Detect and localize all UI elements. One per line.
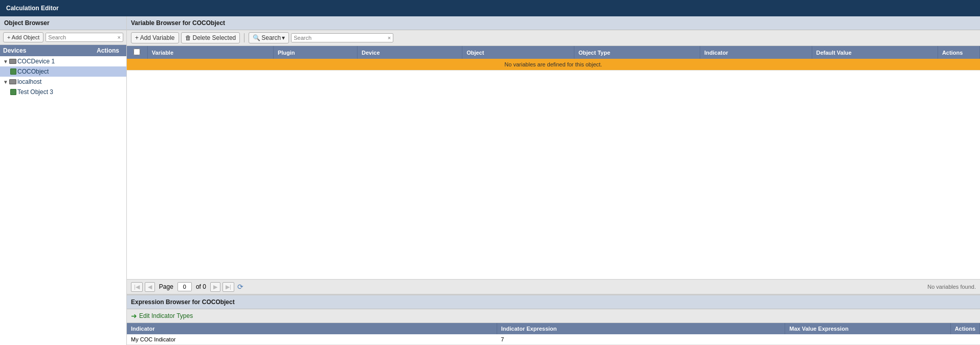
- variable-table-container: Variable Plugin Device Object Object Typ…: [127, 46, 980, 279]
- expr-ind-expr-cell: 7: [497, 334, 785, 345]
- pagination-controls: |◀ ◀ Page 0 of 0 ▶ ▶| ⟳: [131, 282, 244, 292]
- expand-icon-cocdevice1: ▼: [3, 59, 8, 64]
- expr-browser-toolbar: ➜ Edit Indicator Types: [127, 309, 980, 323]
- actions-column-header: Actions: [93, 47, 123, 54]
- of-label: of 0: [196, 283, 206, 290]
- search-dropdown-button[interactable]: 🔍 Search ▾: [249, 32, 289, 43]
- th-default-value: Default Value: [812, 46, 938, 59]
- delete-selected-label: Delete Selected: [193, 34, 236, 41]
- tree-label-cocobject: COCObject: [17, 68, 49, 75]
- device-icon-cocdevice1: [9, 59, 16, 64]
- object-icon-cocobject: [10, 68, 16, 75]
- toolbar-separator: [244, 33, 244, 42]
- search-dropdown-label: Search: [261, 34, 281, 41]
- chevron-down-icon: ▾: [282, 34, 285, 41]
- device-icon-localhost: [9, 79, 16, 84]
- edit-indicator-types-button[interactable]: ➜ Edit Indicator Types: [131, 312, 193, 320]
- var-search-clear-button[interactable]: ×: [386, 35, 393, 41]
- first-page-button[interactable]: |◀: [131, 282, 143, 292]
- object-browser-toolbar: + Add Object ×: [0, 30, 126, 45]
- no-data-row: No variables are defined for this object…: [127, 59, 980, 71]
- edit-indicator-types-label: Edit Indicator Types: [139, 312, 193, 319]
- no-data-message: No variables are defined for this object…: [127, 59, 980, 71]
- var-search-box: ×: [291, 33, 393, 42]
- tree-item-cocobject[interactable]: COCObject: [0, 66, 126, 77]
- expr-actions-cell: [950, 334, 979, 345]
- expression-table-header-row: Indicator Indicator Expression Max Value…: [127, 323, 980, 334]
- th-plugin: Plugin: [273, 46, 357, 59]
- tree-item-testobject3[interactable]: Test Object 3: [0, 87, 126, 97]
- add-variable-label: + Add Variable: [135, 34, 175, 41]
- page-input[interactable]: 0: [177, 282, 192, 291]
- object-search-box: ×: [46, 33, 123, 42]
- delete-selected-button[interactable]: 🗑 Delete Selected: [181, 32, 240, 43]
- delete-icon: 🗑: [185, 34, 191, 41]
- expression-table-row: My COC Indicator 7: [127, 334, 980, 345]
- th-object: Object: [462, 46, 574, 59]
- var-search-input[interactable]: [292, 34, 386, 42]
- add-object-button[interactable]: + Add Object: [3, 32, 43, 42]
- expression-browser: Expression Browser for COCObject ➜ Edit …: [127, 294, 980, 345]
- th-variable: Variable: [147, 46, 273, 59]
- main-layout: Object Browser + Add Object × Devices Ac…: [0, 16, 980, 345]
- variable-table: Variable Plugin Device Object Object Typ…: [127, 46, 980, 71]
- add-variable-button[interactable]: + Add Variable: [131, 32, 179, 43]
- var-browser-header: Variable Browser for COCObject: [127, 16, 980, 30]
- devices-column-header: Devices: [3, 47, 93, 54]
- tree-item-localhost[interactable]: ▼ localhost: [0, 77, 126, 87]
- expr-indicator-cell: My COC Indicator: [127, 334, 497, 345]
- search-icon: 🔍: [253, 34, 260, 41]
- th-checkbox: [127, 46, 147, 59]
- last-page-button[interactable]: ▶|: [222, 282, 234, 292]
- th-expr-indicator: Indicator: [127, 323, 497, 334]
- prev-page-button[interactable]: ◀: [145, 282, 155, 292]
- object-icon-testobject3: [10, 89, 16, 95]
- th-max-value-expression: Max Value Expression: [785, 323, 950, 334]
- th-indicator-expression: Indicator Expression: [497, 323, 785, 334]
- var-browser-toolbar: + Add Variable 🗑 Delete Selected 🔍 Searc…: [127, 30, 980, 46]
- object-search-clear-button[interactable]: ×: [116, 34, 123, 40]
- th-indicator: Indicator: [700, 46, 812, 59]
- tree-label-cocdevice1: COCDevice 1: [17, 58, 55, 65]
- th-device: Device: [358, 46, 462, 59]
- select-all-checkbox[interactable]: [133, 49, 140, 55]
- th-object-type: Object Type: [574, 46, 700, 59]
- tree-label-testobject3: Test Object 3: [17, 88, 53, 96]
- object-tree: ▼ COCDevice 1 COCObject ▼ localhost Test…: [0, 56, 126, 345]
- next-page-button[interactable]: ▶: [210, 282, 220, 292]
- pagination-bar: |◀ ◀ Page 0 of 0 ▶ ▶| ⟳ No variables fou…: [127, 279, 980, 294]
- object-search-input[interactable]: [46, 33, 115, 41]
- variable-table-header-row: Variable Plugin Device Object Object Typ…: [127, 46, 980, 59]
- tree-item-cocdevice1[interactable]: ▼ COCDevice 1: [0, 56, 126, 66]
- no-variables-found-text: No variables found.: [927, 284, 976, 290]
- title-bar: Calculation Editor: [0, 0, 980, 16]
- expression-table-container: Indicator Indicator Expression Max Value…: [127, 323, 980, 345]
- object-browser-header: Object Browser: [0, 16, 126, 30]
- th-actions: Actions: [938, 46, 979, 59]
- variable-browser: Variable Browser for COCObject + Add Var…: [127, 16, 980, 294]
- refresh-button[interactable]: ⟳: [236, 282, 244, 292]
- right-panel: Variable Browser for COCObject + Add Var…: [127, 16, 980, 345]
- app-title: Calculation Editor: [6, 5, 59, 12]
- left-panel: Object Browser + Add Object × Devices Ac…: [0, 16, 127, 345]
- tree-header: Devices Actions: [0, 45, 126, 56]
- expr-browser-header: Expression Browser for COCObject: [127, 295, 980, 309]
- expr-max-expr-cell: [785, 334, 950, 345]
- edit-arrow-icon: ➜: [131, 312, 137, 320]
- tree-label-localhost: localhost: [17, 78, 41, 85]
- page-label: Page: [159, 283, 173, 290]
- th-expr-actions: Actions: [950, 323, 979, 334]
- expand-icon-localhost: ▼: [3, 79, 8, 85]
- expression-table: Indicator Indicator Expression Max Value…: [127, 323, 980, 345]
